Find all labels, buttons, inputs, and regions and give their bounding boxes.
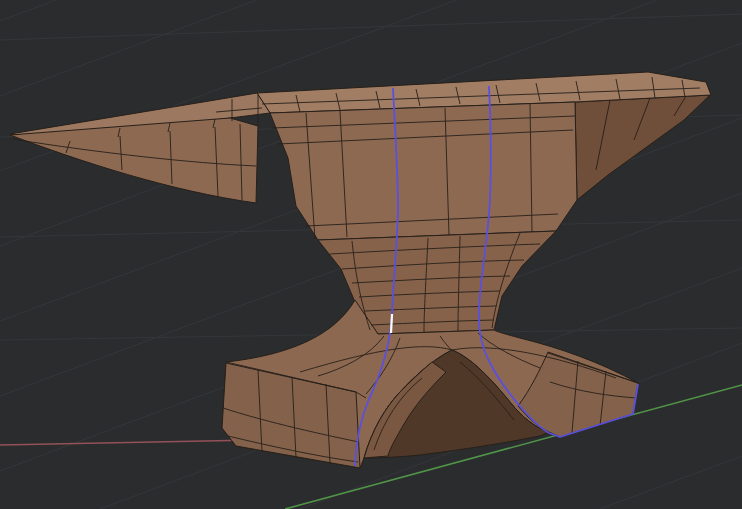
viewport-frame[interactable] xyxy=(0,0,742,509)
selected-edge[interactable] xyxy=(391,314,392,333)
viewport-canvas[interactable] xyxy=(0,0,742,509)
